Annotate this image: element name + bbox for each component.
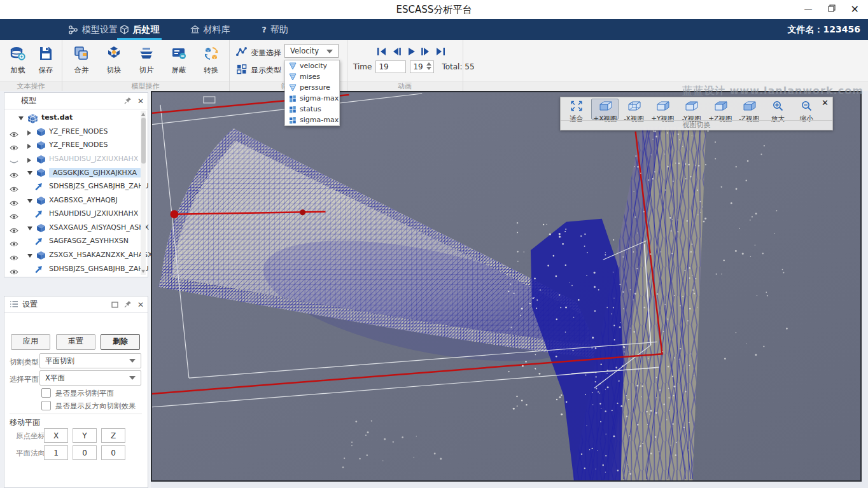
toolbar-button-合并[interactable]: 合并 (67, 44, 95, 78)
tree-node-label[interactable]: HSAUHDISU_JZXIUXHAHX (49, 209, 138, 218)
play-icon[interactable] (406, 46, 417, 55)
dropdown-option-mises[interactable]: mises (285, 71, 339, 82)
dropdown-option-velocity[interactable]: velocity (285, 60, 339, 71)
tree-node-label[interactable]: SDHSBJZS_GHSABJHB_ZAHU (49, 182, 149, 190)
toolbar-button-加载[interactable]: 加载 (4, 44, 32, 78)
expand-arrow-icon[interactable] (27, 254, 32, 258)
nav-tab-2[interactable]: 后处理 (117, 19, 162, 40)
origin-x-input[interactable] (44, 428, 68, 443)
eye-open-icon[interactable] (10, 266, 18, 273)
toolbar-button-转换[interactable]: 转换 (197, 44, 225, 78)
origin-y-input[interactable] (73, 428, 97, 443)
tree-row[interactable]: XAGBSXG_AYHAQBJ (4, 194, 148, 208)
variable-select-button[interactable]: 变量选择 (236, 46, 281, 60)
tree-node-label[interactable]: SAGFASGZ_ASYHHXSN (49, 237, 129, 245)
nav-tab-4[interactable]: ?帮助 (256, 19, 294, 40)
eye-open-icon[interactable] (10, 252, 18, 259)
normal-x-input[interactable] (44, 445, 68, 460)
tree-row[interactable]: HSAUHDISU_JZXIUXHAHX (4, 207, 148, 221)
eye-open-icon[interactable] (10, 197, 18, 204)
toolbar-button-切片[interactable]: 切片 (132, 44, 160, 78)
nav-tab-3[interactable]: 材料库 (186, 19, 234, 40)
pin-icon[interactable] (124, 298, 132, 310)
eye-open-icon[interactable] (10, 225, 18, 232)
settings-button-1[interactable]: 应用 (11, 334, 50, 350)
tree-row[interactable]: HSAUHDISU_JZXIUXHAHX (4, 153, 148, 167)
expand-arrow-icon[interactable] (27, 227, 32, 230)
view-button-+X视图[interactable]: +X视图 (591, 99, 619, 120)
normal-z-input[interactable] (101, 445, 125, 460)
select-plane-select[interactable]: X平面 (39, 370, 141, 386)
eye-open-icon[interactable] (10, 211, 18, 218)
tree-node-label[interactable]: YZ_FREE_NODES (49, 127, 108, 136)
settings-button-2[interactable]: 重置 (56, 334, 95, 350)
close-icon[interactable]: ✕ (822, 98, 829, 108)
tree-node-label[interactable]: AGSGKJKG_GJHXAJKHXA (49, 168, 141, 178)
tree-row[interactable]: SDHSBJZS_GHSABJHB_ZAHU (4, 180, 148, 194)
step-back-icon[interactable] (391, 46, 402, 55)
skip-first-icon[interactable] (377, 46, 388, 55)
variable-dropdown[interactable]: Velocity (284, 44, 339, 58)
view-button--Z视图[interactable]: -Z视图 (735, 99, 762, 120)
tree-scrollbar[interactable] (141, 111, 146, 275)
pin-icon[interactable] (124, 95, 132, 107)
view-button-+Y视图[interactable]: +Y视图 (649, 99, 676, 120)
restore-icon[interactable] (828, 0, 836, 19)
tree-node-label[interactable]: test.dat (41, 113, 73, 122)
toolbar-button-保存[interactable]: 保存 (32, 44, 60, 78)
dropdown-option-sigma-max[interactable]: sigma-max (285, 115, 339, 125)
expand-arrow-icon[interactable] (27, 199, 32, 203)
tree-row[interactable]: ZSXGX_HSAKAZNZXK_AHASX (4, 249, 148, 263)
time-input[interactable] (375, 60, 406, 73)
tree-row[interactable]: XSAXGAUS_AISYAQSH_ASHX (4, 221, 148, 235)
dropdown-option-perssure[interactable]: perssure (285, 82, 339, 93)
tree-node-label[interactable]: YZ_FREE_NODES (49, 141, 108, 149)
tree-node-label[interactable]: HSAUHDISU_JZXIUXHAHX (49, 155, 138, 163)
viewport-3d[interactable] (151, 91, 862, 482)
step-forward-icon[interactable] (421, 46, 431, 55)
minimize-icon[interactable]: — (804, 0, 813, 19)
normal-y-input[interactable] (73, 445, 97, 460)
tree-node-label[interactable]: XSAXGAUS_AISYAQSH_ASHX (49, 223, 149, 232)
eye-open-icon[interactable] (10, 129, 18, 136)
eye-open-icon[interactable] (10, 238, 18, 245)
tree-row[interactable]: test.dat (4, 111, 148, 125)
view-button-放大[interactable]: 放大 (764, 99, 792, 120)
tree-row[interactable]: AGSGKJKG_GJHXAJKHXA (4, 166, 148, 180)
settings-button-3[interactable]: 删除 (101, 334, 140, 350)
collapse-arrow-icon[interactable] (27, 130, 31, 136)
dropdown-option-status[interactable]: status (285, 104, 339, 115)
show-cut-plane-checkbox[interactable] (41, 388, 51, 398)
tree-row[interactable]: YZ_FREE_NODES (4, 125, 148, 139)
eye-open-icon[interactable] (10, 183, 18, 190)
close-icon[interactable]: ✕ (851, 0, 859, 19)
collapse-arrow-icon[interactable] (27, 158, 31, 163)
view-button--Y视图[interactable]: -Y视图 (678, 99, 705, 120)
maximize-icon[interactable] (111, 298, 118, 310)
tree-row[interactable]: SAGFASGZ_ASYHHXSN (4, 235, 148, 249)
tree-row[interactable]: YZ_FREE_NODES (4, 139, 148, 153)
display-type-button[interactable]: 显示类型 (236, 64, 281, 77)
collapse-arrow-icon[interactable] (27, 144, 31, 149)
spinner-arrows[interactable] (426, 61, 433, 71)
view-button--X视图[interactable]: -X视图 (620, 99, 647, 120)
expand-arrow-icon[interactable] (18, 116, 24, 120)
dropdown-option-sigma-max[interactable]: sigma-max (285, 93, 339, 104)
eye-open-icon[interactable] (10, 169, 18, 176)
toolbar-button-屏蔽[interactable]: 屏蔽 (165, 44, 193, 78)
view-button-+Z视图[interactable]: +Z视图 (706, 99, 734, 120)
reverse-cut-checkbox[interactable] (41, 401, 51, 410)
close-panel-icon[interactable]: ✕ (137, 300, 144, 309)
toolbar-button-切块[interactable]: 切块 (100, 44, 128, 78)
close-panel-icon[interactable]: ✕ (137, 97, 144, 106)
view-button-缩小[interactable]: 缩小 (793, 99, 820, 120)
tree-node-label[interactable]: SDHSBJZS_GHSABJHB_ZAHU (49, 265, 149, 273)
tree-node-label[interactable]: XAGBSXG_AYHAQBJ (49, 196, 118, 204)
origin-z-input[interactable] (101, 428, 125, 443)
eye-open-icon[interactable] (10, 142, 18, 149)
eye-closed-icon[interactable] (10, 156, 18, 163)
view-button-适合[interactable]: 适合 (563, 99, 590, 120)
tree-node-label[interactable]: ZSXGX_HSAKAZNZXK_AHASX (49, 251, 153, 259)
expand-arrow-icon[interactable] (27, 171, 32, 175)
nav-tab-1[interactable]: 模型设置 (64, 19, 122, 40)
